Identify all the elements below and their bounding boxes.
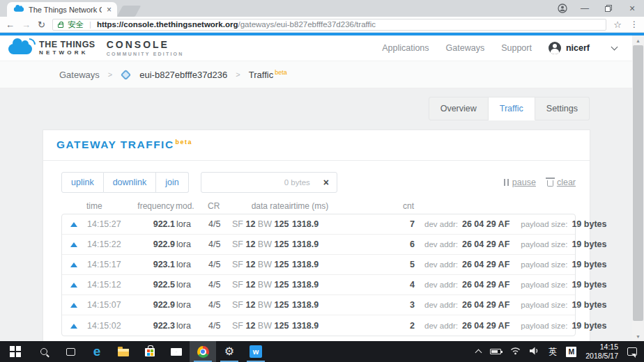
clear-filter-icon[interactable]: × <box>316 173 337 192</box>
payload-size-label: payload size: <box>521 301 567 309</box>
cell-cr: 4/5 <box>207 321 232 331</box>
user-menu[interactable]: nicerf <box>549 42 590 54</box>
file-explorer-button[interactable] <box>110 341 137 362</box>
scroll-down-icon[interactable]: ▼ <box>632 331 644 341</box>
edge-button[interactable]: e <box>84 341 110 362</box>
battery-icon[interactable] <box>490 349 501 354</box>
cell-time: 14:15:12 <box>87 280 135 290</box>
card-header: GATEWAY TRAFFICbeta <box>43 130 590 161</box>
cell-airtime: 1318.9 <box>285 280 325 290</box>
table-row[interactable]: 14:15:22 922.9 lora 4/5 SF 12 BW 125 131… <box>62 235 575 255</box>
table-row[interactable]: 14:15:17 923.1 lora 4/5 SF 12 BW 125 131… <box>62 255 575 275</box>
nav-gateways[interactable]: Gateways <box>446 43 485 53</box>
restore-button[interactable] <box>597 0 620 17</box>
close-button[interactable]: × <box>620 0 644 17</box>
breadcrumb-gateway-id[interactable]: eui-b827ebfffe37d236 <box>139 70 227 80</box>
tab-close-icon[interactable]: × <box>105 5 113 15</box>
dev-addr-value: 26 04 29 AF <box>462 280 509 290</box>
back-icon[interactable]: ← <box>6 19 15 30</box>
ttn-logo-icon[interactable] <box>8 44 32 54</box>
trash-icon <box>547 180 553 187</box>
dev-addr-label: dev addr: <box>424 220 458 228</box>
filter-group: uplink downlink join <box>61 172 189 193</box>
nav-applications[interactable]: Applications <box>382 43 429 53</box>
start-button[interactable] <box>0 341 31 362</box>
tab-settings[interactable]: Settings <box>535 97 590 120</box>
forward-icon[interactable]: → <box>22 19 31 30</box>
console-brand: CONSOLE COMMUNITY EDITION <box>107 40 184 56</box>
secure-label: 安全 <box>68 19 84 30</box>
col-data-rate: data rate <box>231 201 284 211</box>
main-content: Overview Traffic Settings GATEWAY TRAFFI… <box>0 88 632 341</box>
volume-icon[interactable] <box>530 345 539 358</box>
table-row[interactable]: 14:15:12 922.5 lora 4/5 SF 12 BW 125 131… <box>62 275 575 295</box>
w-app-button[interactable]: ᴡ <box>243 341 269 362</box>
dev-addr-value: 26 04 29 AF <box>462 321 509 331</box>
cell-data-rate: SF 12 BW 125 <box>232 280 285 290</box>
payload-size-value: 19 bytes <box>572 300 606 310</box>
filter-uplink-button[interactable]: uplink <box>61 172 104 193</box>
cell-cr: 4/5 <box>207 300 232 310</box>
table-row[interactable]: 14:15:27 922.1 lora 4/5 SF 12 BW 125 131… <box>62 214 575 235</box>
nav-support[interactable]: Support <box>501 43 532 53</box>
payload-size-label: payload size: <box>521 260 567 269</box>
minimize-button[interactable]: — <box>573 0 597 17</box>
payload-size-value: 19 bytes <box>572 239 606 249</box>
store-button[interactable] <box>137 341 163 362</box>
taskbar-search-button[interactable] <box>31 341 57 362</box>
system-tray: 英 M 14:15 2018/5/17 <box>476 341 644 362</box>
uplink-icon <box>70 283 77 288</box>
col-time: time <box>86 201 134 211</box>
scroll-up-icon[interactable]: ▲ <box>632 36 644 45</box>
taskbar-clock[interactable]: 14:15 2018/5/17 <box>585 343 618 361</box>
clear-button[interactable]: clear <box>547 178 576 187</box>
beta-badge: beta <box>275 69 287 76</box>
store-icon <box>145 348 155 356</box>
pause-button[interactable]: pause <box>504 178 536 187</box>
table-row[interactable]: 14:15:02 922.3 lora 4/5 SF 12 BW 125 131… <box>62 315 575 336</box>
chevron-down-icon[interactable] <box>611 44 618 51</box>
bytes-input[interactable] <box>201 173 316 192</box>
cell-meta: dev addr: 26 04 29 AF payload size: 19 b… <box>415 300 606 310</box>
new-tab-button[interactable] <box>117 6 141 17</box>
col-frequency: frequency <box>134 201 174 211</box>
ime-mode-indicator[interactable]: M <box>566 347 576 357</box>
cell-frequency: 922.1 <box>135 219 175 229</box>
cell-time: 14:15:07 <box>87 300 135 310</box>
browser-tab[interactable]: The Things Network Co × <box>7 2 117 17</box>
browser-menu-icon[interactable]: ⋮ <box>630 19 638 29</box>
breadcrumb-gateways[interactable]: Gateways <box>59 70 100 80</box>
refresh-icon[interactable]: ↻ <box>38 19 45 30</box>
wifi-icon[interactable] <box>510 345 521 358</box>
settings-button[interactable]: ⚙ <box>216 341 243 362</box>
uplink-indicator <box>70 280 87 290</box>
tray-chevron-up-icon[interactable] <box>475 349 482 356</box>
task-view-button[interactable] <box>57 341 84 362</box>
tab-traffic[interactable]: Traffic <box>489 97 535 120</box>
cell-time: 14:15:02 <box>87 321 135 331</box>
page-scrollbar[interactable]: ▲ ▼ <box>632 36 644 341</box>
cell-airtime: 1318.9 <box>285 239 325 249</box>
cell-time: 14:15:17 <box>87 260 135 269</box>
dev-addr-label: dev addr: <box>424 301 458 309</box>
filter-join-button[interactable]: join <box>156 172 188 193</box>
ime-language-indicator[interactable]: 英 <box>549 346 557 358</box>
browser-profile-icon[interactable] <box>552 0 573 17</box>
tab-overview[interactable]: Overview <box>429 97 489 120</box>
gateway-traffic-card: GATEWAY TRAFFICbeta uplink downlink join… <box>43 130 590 341</box>
payload-size-label: payload size: <box>521 240 567 249</box>
url-bar[interactable]: 安全 | https://console.thethingsnetwork.or… <box>52 19 606 31</box>
cell-data-rate: SF 12 BW 125 <box>232 219 285 229</box>
col-mod: mod. <box>174 201 206 211</box>
dev-addr-value: 26 04 29 AF <box>462 300 509 310</box>
scrollbar-thumb[interactable] <box>633 45 643 321</box>
ttn-brand[interactable]: THE THINGS NETWORK <box>39 40 95 56</box>
table-row[interactable]: 14:15:07 922.9 lora 4/5 SF 12 BW 125 131… <box>62 295 575 315</box>
dev-addr-label: dev addr: <box>424 260 458 269</box>
filter-downlink-button[interactable]: downlink <box>104 172 157 193</box>
chrome-button[interactable] <box>190 341 216 362</box>
mail-icon <box>171 348 182 356</box>
mail-button[interactable] <box>163 341 190 362</box>
bookmark-star-icon[interactable]: ☆ <box>613 19 622 30</box>
notification-icon[interactable] <box>627 347 637 356</box>
